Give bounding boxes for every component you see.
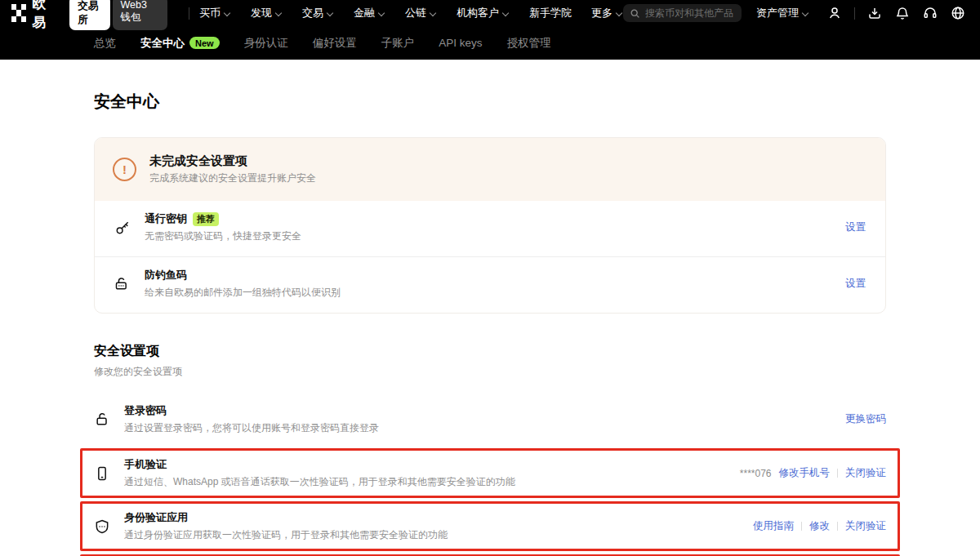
chevron-down-icon — [224, 9, 231, 16]
passkey-title: 通行密钥 — [145, 211, 187, 226]
divider — [837, 522, 838, 531]
authenticator-row: 身份验证应用 通过身份验证应用获取一次性验证码，用于登录和其他需要安全验证的功能… — [94, 510, 886, 542]
subnav-security-center[interactable]: 安全中心 New — [140, 36, 220, 51]
phone-verification-highlight-box: 手机验证 通过短信、WhatsApp 或语音通话获取一次性验证码，用于登录和其他… — [80, 448, 900, 498]
incomplete-card-header: ! 未完成安全设置项 完成系统建议的安全设置提升账户安全 — [95, 138, 885, 201]
warning-exclamation-icon: ! — [113, 158, 136, 181]
toggle-exchange[interactable]: 交易所 — [69, 0, 109, 30]
nav-discover[interactable]: 发现 — [251, 6, 283, 20]
login-password-title: 登录密码 — [124, 403, 167, 418]
incomplete-security-card: ! 未完成安全设置项 完成系统建议的安全设置提升账户安全 通行密钥 推荐 无需密… — [94, 137, 886, 314]
chevron-down-icon — [502, 9, 510, 16]
disable-phone-verification-link[interactable]: 关闭验证 — [845, 466, 886, 480]
okx-logo[interactable]: 欧易 — [11, 0, 56, 32]
phone-verification-title: 手机验证 — [124, 457, 167, 472]
subnav-preferences[interactable]: 偏好设置 — [313, 36, 357, 51]
security-settings-title: 安全设置项 — [94, 343, 886, 360]
chevron-down-icon — [275, 9, 283, 16]
login-password-row: 登录密码 通过设置登录密码，您将可以使用账号和登录密码直接登录 更换密码 — [94, 394, 886, 448]
mode-toggle: 交易所 Web3 钱包 — [69, 0, 167, 30]
chevron-down-icon — [616, 9, 623, 16]
okx-logo-text: 欧易 — [32, 0, 56, 32]
divider — [189, 7, 189, 20]
nav-buy-crypto[interactable]: 买币 — [199, 6, 231, 20]
change-password-link[interactable]: 更换密码 — [845, 412, 886, 426]
modify-authenticator-link[interactable]: 修改 — [809, 519, 830, 533]
authenticator-desc: 通过身份验证应用获取一次性验证码，用于登录和其他需要安全验证的功能 — [124, 528, 753, 542]
subnav-identity-verification[interactable]: 身份认证 — [244, 36, 288, 51]
search-placeholder: 搜索币对和其他产品 — [645, 7, 733, 20]
user-icon[interactable] — [824, 2, 845, 24]
passkey-desc: 无需密码或验证码，快捷登录更安全 — [145, 229, 845, 243]
anti-phishing-desc: 给来自欧易的邮件添加一组独特代码以便识别 — [145, 286, 845, 300]
authenticator-highlight-box: 身份验证应用 通过身份验证应用获取一次性验证码，用于登录和其他需要安全验证的功能… — [80, 501, 900, 551]
top-nav: 买币 发现 交易 金融 公链 机构客户 新手学院 更多 — [199, 6, 623, 20]
key-icon — [114, 220, 132, 236]
usage-guide-link[interactable]: 使用指南 — [753, 519, 794, 533]
phone-verification-desc: 通过短信、WhatsApp 或语音通话获取一次性验证码，用于登录和其他需要安全验… — [124, 475, 740, 489]
nav-institutional[interactable]: 机构客户 — [457, 6, 510, 20]
anti-phishing-setup-link[interactable]: 设置 — [845, 277, 866, 291]
subnav-subaccounts[interactable]: 子账户 — [381, 36, 415, 51]
okx-logo-icon — [11, 4, 26, 22]
chevron-down-icon — [430, 9, 437, 16]
assets-menu[interactable]: 资产管理 — [756, 6, 809, 20]
new-badge: New — [189, 37, 220, 49]
search-icon — [630, 8, 640, 19]
authenticator-title: 身份验证应用 — [124, 510, 188, 525]
divider — [854, 7, 855, 20]
anti-phishing-title: 防钓鱼码 — [145, 268, 187, 282]
top-header: 欧易 交易所 Web3 钱包 买币 发现 交易 金融 公链 机构客户 新手学院 … — [0, 0, 980, 26]
bell-icon[interactable] — [892, 2, 913, 24]
globe-language-icon[interactable] — [947, 2, 969, 24]
incomplete-card-subtitle: 完成系统建议的安全设置提升账户安全 — [149, 171, 316, 185]
nav-finance[interactable]: 金融 — [354, 6, 385, 20]
account-subnav: 总览 安全中心 New 身份认证 偏好设置 子账户 API keys 授权管理 — [0, 26, 980, 60]
nav-more[interactable]: 更多 — [591, 6, 623, 20]
nav-public-chain[interactable]: 公链 — [405, 6, 437, 20]
disable-authenticator-link[interactable]: 关闭验证 — [845, 519, 886, 533]
nav-academy[interactable]: 新手学院 — [529, 6, 572, 20]
chevron-down-icon — [327, 9, 334, 16]
anti-phishing-row: 防钓鱼码 给来自欧易的邮件添加一组独特代码以便识别 设置 — [95, 256, 885, 313]
login-password-desc: 通过设置登录密码，您将可以使用账号和登录密码直接登录 — [124, 421, 845, 435]
subnav-api-keys[interactable]: API keys — [439, 37, 482, 49]
padlock-icon — [94, 411, 112, 428]
incomplete-card-title: 未完成安全设置项 — [149, 153, 316, 169]
phone-verification-row: 手机验证 通过短信、WhatsApp 或语音通话获取一次性验证码，用于登录和其他… — [94, 457, 886, 489]
divider — [801, 522, 802, 531]
passkey-row: 通行密钥 推荐 无需密码或验证码，快捷登录更安全 设置 — [95, 201, 885, 256]
change-phone-link[interactable]: 修改手机号 — [779, 466, 831, 480]
search-input[interactable]: 搜索币对和其他产品 — [623, 4, 742, 22]
masked-phone-number: ****076 — [740, 468, 772, 479]
chevron-down-icon — [802, 9, 809, 16]
support-headset-icon[interactable] — [920, 2, 941, 24]
security-settings-subtitle: 修改您的安全设置项 — [94, 365, 886, 379]
subnav-overview[interactable]: 总览 — [94, 36, 116, 51]
page-title: 安全中心 — [94, 91, 886, 113]
chevron-down-icon — [378, 9, 385, 16]
download-app-icon[interactable] — [864, 2, 885, 24]
toggle-web3-wallet[interactable]: Web3 钱包 — [113, 0, 168, 30]
divider — [837, 469, 838, 478]
smartphone-icon — [94, 465, 112, 482]
recommended-badge: 推荐 — [193, 212, 219, 226]
passkey-setup-link[interactable]: 设置 — [845, 220, 866, 234]
anti-phishing-lock-icon — [114, 276, 132, 292]
nav-trade[interactable]: 交易 — [302, 6, 334, 20]
shield-authenticator-icon — [94, 518, 112, 535]
subnav-authorization[interactable]: 授权管理 — [506, 36, 550, 51]
